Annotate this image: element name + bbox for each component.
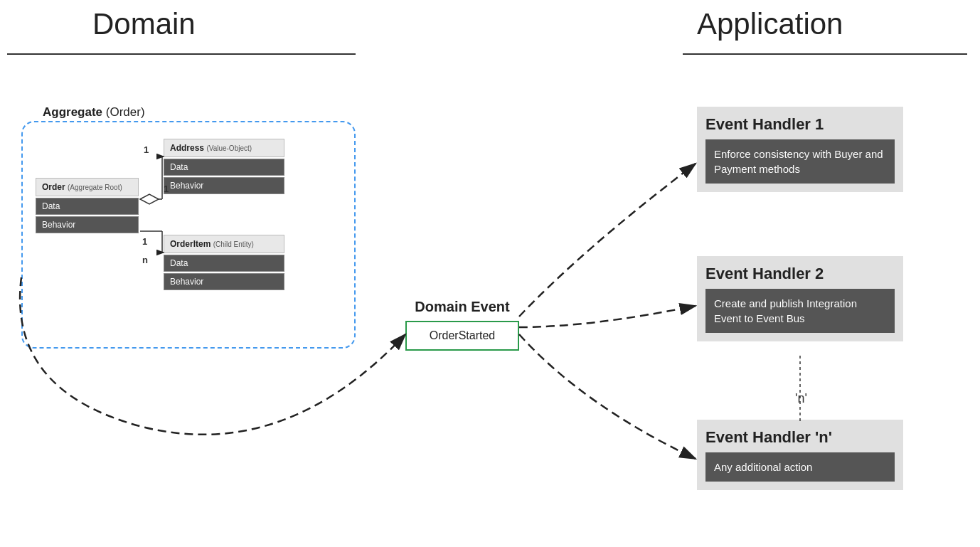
handler2-desc: Create and publish Integration Event to … [705,289,895,333]
domain-section-label: Domain [92,7,196,41]
event-handler-2: Event Handler 2 Create and publish Integ… [697,256,903,341]
handler3-title: Event Handler 'n' [705,428,895,447]
aggregate-label: Aggregate (Order) [43,105,145,120]
event-handler-1: Event Handler 1 Enforce consistency with… [697,107,903,192]
orderitem-box: OrderItem (Child Entity) Data Behavior [164,235,284,290]
application-section-label: Application [697,7,843,41]
orderitem-data: Data [164,255,284,272]
domain-bracket [7,53,356,55]
address-box: Address (Value-Object) Data Behavior [164,139,284,194]
event-handler-n: Event Handler 'n' Any additional action [697,420,903,490]
address-data: Data [164,159,284,176]
handler1-desc: Enforce consistency with Buyer and Payme… [705,139,895,184]
orderitem-title: OrderItem (Child Entity) [164,235,284,253]
domain-event-section: Domain Event OrderStarted [405,299,519,351]
orderitem-behavior: Behavior [164,273,284,290]
handler1-title: Event Handler 1 [705,115,895,134]
n-label: 'n' [795,391,807,406]
domain-event-box: OrderStarted [405,321,519,351]
address-title: Address (Value-Object) [164,139,284,157]
application-bracket [683,53,967,55]
address-behavior: Behavior [164,177,284,194]
order-behavior: Behavior [36,216,139,233]
order-title: Order (Aggregate Root) [36,178,139,196]
diagram-container: Domain Application Aggregate (Order) Ord… [0,0,980,547]
order-box: Order (Aggregate Root) Data Behavior [36,178,139,233]
handler3-desc: Any additional action [705,452,895,482]
handler2-title: Event Handler 2 [705,265,895,283]
domain-event-label: Domain Event [405,299,519,315]
order-data: Data [36,198,139,215]
